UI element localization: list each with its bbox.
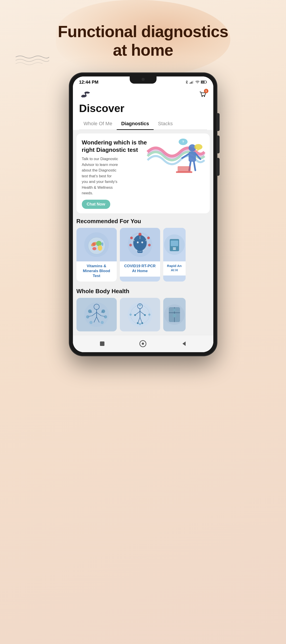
body-card-2-image xyxy=(120,298,160,332)
rapid-card-label: Rapid An At H xyxy=(163,262,186,276)
svg-rect-26 xyxy=(178,166,190,172)
header-section: Functional diagnostics at home xyxy=(58,22,228,60)
rapid-illustration xyxy=(163,231,186,258)
notch xyxy=(130,76,156,84)
svg-point-43 xyxy=(129,244,132,246)
svg-point-32 xyxy=(98,245,102,251)
wavy-decoration xyxy=(14,54,49,67)
body-card-1[interactable] xyxy=(76,298,117,332)
svg-rect-11 xyxy=(206,82,207,83)
svg-text:?: ? xyxy=(182,140,184,143)
app-header: 1 Discover Whole Of Me Diagnostics xyxy=(73,86,213,130)
app-logo xyxy=(79,90,91,99)
vitamins-card-image xyxy=(76,228,117,262)
svg-point-63 xyxy=(88,310,92,313)
app-content: 1 Discover Whole Of Me Diagnostics xyxy=(73,86,213,352)
whole-body-section-header: Whole Body Health xyxy=(76,288,210,295)
svg-point-13 xyxy=(202,96,202,97)
phone-outer-shell: 12:44 PM xyxy=(69,73,217,356)
svg-point-44 xyxy=(148,244,151,246)
svg-point-85 xyxy=(130,314,132,316)
nav-back-button[interactable] xyxy=(179,339,188,348)
svg-rect-7 xyxy=(192,82,192,84)
svg-rect-55 xyxy=(173,249,176,250)
body-illustration-1 xyxy=(83,301,110,328)
svg-point-66 xyxy=(104,315,107,318)
chat-now-button[interactable]: Chat Now xyxy=(82,200,110,209)
recommended-section-header: Recommended For You xyxy=(76,218,210,225)
vitamins-illustration xyxy=(83,231,110,258)
discover-title: Discover xyxy=(79,102,207,114)
tab-stacks[interactable]: Stacks xyxy=(154,118,177,130)
tabs-row: Whole Of Me Diagnostics Stacks xyxy=(79,118,207,130)
banner-subtitle: Talk to our Diagnostic Advisor to learn … xyxy=(82,156,119,196)
svg-point-87 xyxy=(139,304,141,306)
svg-marker-98 xyxy=(182,342,186,346)
svg-text:55: 55 xyxy=(202,82,204,83)
front-camera xyxy=(142,78,145,81)
svg-point-81 xyxy=(144,314,146,316)
recent-icon xyxy=(99,340,105,347)
svg-line-20 xyxy=(194,162,195,170)
banner-title: Wondering which is the right Diagnostic … xyxy=(82,139,149,154)
cart-icon-wrapper[interactable]: 1 xyxy=(198,90,207,100)
svg-point-80 xyxy=(134,314,136,316)
header-title: Functional diagnostics at home xyxy=(58,22,228,60)
svg-point-82 xyxy=(137,322,139,324)
whole-body-cards-scroll[interactable] xyxy=(76,298,210,332)
svg-point-68 xyxy=(101,321,104,324)
banner-card: Wondering which is the right Diagnostic … xyxy=(76,134,210,213)
svg-point-14 xyxy=(204,96,205,97)
svg-rect-5 xyxy=(190,83,190,84)
status-bar: 12:44 PM xyxy=(73,76,213,86)
covid-illustration xyxy=(126,231,154,258)
dna-waves-svg: ? xyxy=(140,136,210,180)
svg-rect-6 xyxy=(190,82,191,84)
body-card-2[interactable] xyxy=(120,298,160,332)
svg-point-31 xyxy=(96,241,102,246)
product-card-rapid[interactable]: Rapid An At H xyxy=(163,228,186,282)
recommended-cards-scroll[interactable]: Vitamins & Minerals Blood Test xyxy=(76,228,210,283)
body-illustration-2 xyxy=(126,301,154,328)
svg-rect-52 xyxy=(170,240,178,246)
tab-diagnostics[interactable]: Diagnostics xyxy=(117,118,154,130)
svg-point-42 xyxy=(147,236,150,239)
covid-card-image xyxy=(120,228,160,262)
product-card-covid[interactable]: COVID19 RT-PCR At Home xyxy=(120,228,160,282)
svg-point-64 xyxy=(102,310,105,313)
svg-rect-54 xyxy=(173,248,176,249)
svg-point-40 xyxy=(138,233,142,236)
back-icon xyxy=(181,340,187,347)
svg-point-67 xyxy=(90,321,92,324)
cart-badge: 1 xyxy=(204,89,208,93)
status-time: 12:44 PM xyxy=(79,80,98,85)
tab-whole-of-me[interactable]: Whole Of Me xyxy=(79,118,117,130)
svg-point-48 xyxy=(137,242,139,243)
svg-point-49 xyxy=(141,242,143,243)
svg-point-41 xyxy=(130,236,133,239)
page-wrapper: Functional diagnostics at home 12:44 PM xyxy=(0,0,286,644)
body-card-3[interactable] xyxy=(163,298,186,332)
app-scroll-content: Wondering which is the right Diagnostic … xyxy=(73,130,213,335)
product-card-vitamins[interactable]: Vitamins & Minerals Blood Test xyxy=(76,228,117,282)
body-card-1-image xyxy=(76,298,117,332)
body-card-3-image xyxy=(163,298,186,332)
svg-point-65 xyxy=(86,315,89,318)
app-logo-row: 1 xyxy=(79,90,207,100)
svg-point-88 xyxy=(139,323,141,325)
svg-rect-95 xyxy=(100,342,104,346)
svg-point-33 xyxy=(92,247,96,250)
covid-card-label: COVID19 RT-PCR At Home xyxy=(120,262,160,276)
status-system-icons: 55 xyxy=(185,80,207,84)
nav-home-button[interactable] xyxy=(138,339,147,348)
phone-screen: 12:44 PM xyxy=(73,76,213,352)
vitamins-card-label: Vitamins & Minerals Blood Test xyxy=(76,262,117,282)
svg-rect-8 xyxy=(192,81,193,84)
home-icon xyxy=(139,340,146,347)
svg-rect-16 xyxy=(188,152,196,162)
nav-recent-button[interactable] xyxy=(98,339,107,348)
svg-point-83 xyxy=(141,322,143,324)
phone-mockup: 12:44 PM xyxy=(69,73,217,356)
svg-point-86 xyxy=(148,314,150,316)
rapid-card-image xyxy=(163,228,186,262)
